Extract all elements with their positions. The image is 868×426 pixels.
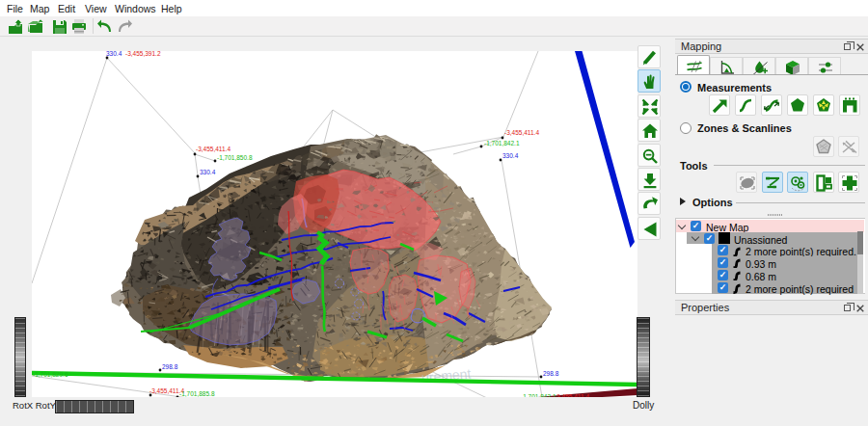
svg-text:-1,701,850.8: -1,701,850.8 [217, 154, 253, 161]
svg-text:-3,455,411.4: -3,455,411.4 [555, 393, 589, 397]
svg-text:-3,455,411.4: -3,455,411.4 [504, 129, 539, 136]
svg-text:298.8: 298.8 [162, 363, 178, 370]
svg-text:-1,701,885.8: -1,701,885.8 [179, 390, 215, 397]
svg-text:-1,701,829.6: -1,701,829.6 [33, 371, 68, 378]
svg-text:298.8: 298.8 [543, 370, 559, 377]
svg-text:-3,455,411.4: -3,455,411.4 [196, 146, 231, 152]
svg-text:330.4: 330.4 [200, 169, 216, 175]
svg-text:330.4: 330.4 [106, 51, 122, 57]
svg-text:-1,701,843.1: -1,701,843.1 [521, 393, 556, 397]
svg-text:330.4: 330.4 [502, 152, 519, 159]
svg-text:-1,701,842.1: -1,701,842.1 [484, 140, 520, 146]
svg-text:-3,455,391.2: -3,455,391.2 [125, 51, 161, 57]
